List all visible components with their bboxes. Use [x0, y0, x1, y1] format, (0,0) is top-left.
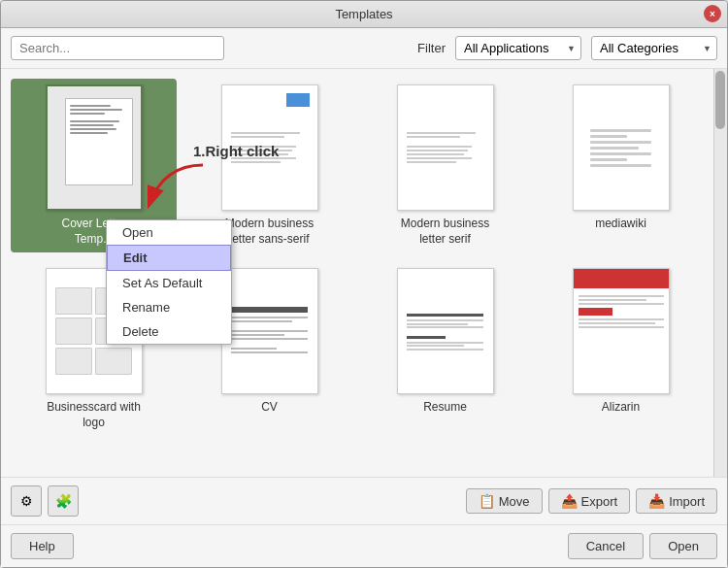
template-label-modern-sans: Modern businessletter sans-serif — [225, 217, 314, 247]
template-label-alizarin: Alizarin — [602, 400, 640, 416]
template-item-modern-serif[interactable]: Modern businessletter serif — [362, 79, 528, 252]
context-menu-set-default[interactable]: Set As Default — [107, 271, 231, 295]
context-menu: Open Edit Set As Default Rename Delete — [106, 219, 232, 345]
template-label-modern-serif: Modern businessletter serif — [401, 217, 489, 247]
move-button[interactable]: 📋 Move — [466, 488, 543, 514]
cat-filter-wrapper: All Categories Business Personal Educati… — [591, 36, 717, 60]
close-button[interactable]: × — [704, 5, 721, 22]
import-button[interactable]: 📥 Import — [636, 488, 717, 514]
template-label-resume: Resume — [423, 400, 467, 416]
app-filter-select[interactable]: All Applications Writer Calc Impress — [455, 36, 581, 60]
scrollbar-track[interactable] — [713, 69, 727, 477]
dialog-title: Templates — [335, 7, 392, 21]
template-thumb-resume — [397, 268, 494, 394]
title-bar: Templates × — [1, 1, 727, 28]
content-area: 1.Right click — [1, 69, 727, 477]
context-menu-delete[interactable]: Delete — [107, 319, 231, 344]
template-item-resume[interactable]: Resume — [362, 262, 528, 436]
scrollbar-thumb[interactable] — [715, 71, 725, 129]
context-menu-open[interactable]: Open — [107, 220, 231, 245]
open-button[interactable]: Open — [649, 533, 717, 559]
cancel-button[interactable]: Cancel — [568, 533, 644, 559]
template-thumb-cv — [221, 268, 318, 394]
import-icon: 📥 — [648, 493, 665, 509]
template-label-cv: CV — [261, 400, 278, 416]
app-filter-wrapper: All Applications Writer Calc Impress — [455, 36, 581, 60]
extension-button[interactable]: 🧩 — [48, 485, 79, 517]
move-icon: 📋 — [479, 493, 495, 509]
export-label: Export — [581, 494, 618, 509]
import-label: Import — [669, 494, 705, 509]
cat-filter-select[interactable]: All Categories Business Personal Educati… — [591, 36, 717, 60]
template-thumb-modern-sans — [221, 84, 318, 211]
search-input[interactable] — [11, 36, 224, 60]
template-label-mediawiki: mediawiki — [595, 217, 646, 232]
template-thumb-mediawiki — [573, 84, 670, 211]
filter-label: Filter — [417, 41, 446, 55]
footer: Help Cancel Open — [1, 524, 727, 567]
template-thumb-modern-serif — [397, 84, 494, 211]
template-item-alizarin[interactable]: Alizarin — [538, 262, 704, 436]
template-thumb-cover — [46, 84, 143, 211]
template-thumb-alizarin — [573, 268, 670, 394]
template-label-businesscard: Businesscard withlogo — [47, 400, 141, 430]
templates-dialog: Templates × Filter All Applications Writ… — [0, 0, 728, 568]
template-item-mediawiki[interactable]: mediawiki — [538, 79, 704, 252]
context-menu-edit[interactable]: Edit — [107, 245, 231, 271]
move-label: Move — [499, 494, 530, 509]
context-menu-rename[interactable]: Rename — [107, 295, 231, 319]
settings-button[interactable]: ⚙ — [11, 485, 42, 517]
search-filter-toolbar: Filter All Applications Writer Calc Impr… — [1, 28, 727, 69]
export-button[interactable]: 📤 Export — [548, 488, 631, 514]
bottom-toolbar: ⚙ 🧩 📋 Move 📤 Export 📥 Import — [1, 477, 727, 524]
export-icon: 📤 — [561, 493, 578, 509]
help-button[interactable]: Help — [11, 533, 74, 559]
